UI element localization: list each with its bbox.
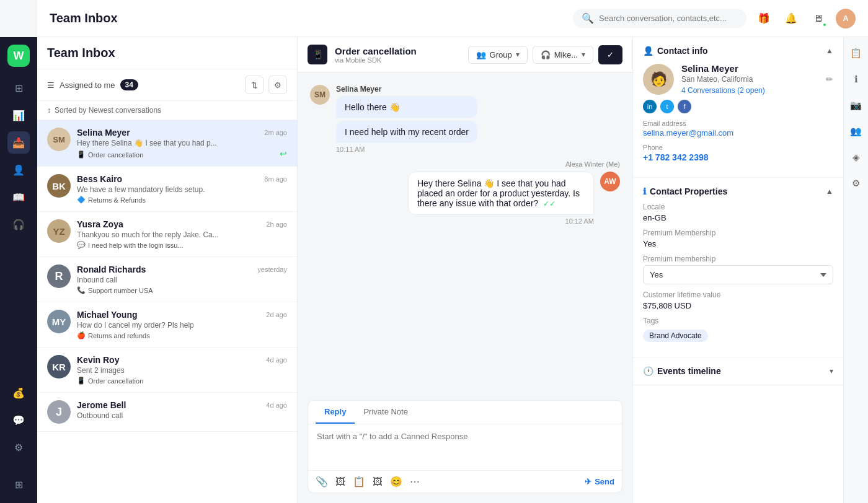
conversation-item[interactable]: R Ronald Richards yesterday Inbound call…	[37, 257, 297, 302]
search-input[interactable]	[599, 14, 738, 23]
sidebar-title: Team Inbox	[47, 46, 115, 60]
tags-label: Tags	[643, 317, 833, 325]
agent-button[interactable]: 🎧 Mike... ▾	[533, 46, 593, 64]
resolve-button[interactable]: ✓	[598, 45, 622, 64]
chat-title: Order cancellation	[335, 46, 461, 56]
conv-time: 4d ago	[266, 401, 287, 409]
conv-preview: Outbound call	[77, 411, 287, 420]
tag-chip: Brand Advocate	[643, 330, 708, 342]
nav-item-messages[interactable]: 💬	[7, 409, 30, 431]
contact-email[interactable]: selina.meyer@gmail.com	[643, 128, 833, 138]
group-icon: 👥	[476, 50, 486, 59]
section-header[interactable]: ℹ Contact Properties ▲	[643, 186, 833, 196]
article-icon[interactable]: 📋	[353, 476, 365, 488]
conv-name: Jerome Bell	[77, 400, 126, 410]
right-panel-icon-2[interactable]: ℹ	[848, 71, 865, 88]
twitter-icon[interactable]: t	[660, 100, 674, 113]
right-panel-icon-4[interactable]: 👥	[848, 123, 865, 140]
chevron-down-icon: ▾	[830, 367, 833, 375]
section-header[interactable]: 🕐 Events timeline ▾	[643, 366, 833, 376]
conversation-item[interactable]: YZ Yusra Zoya 2h ago Thankyou so much fo…	[37, 212, 297, 257]
contact-properties-section: ℹ Contact Properties ▲ Locale en-GB Prem…	[633, 178, 843, 357]
conversation-item[interactable]: KR Kevin Roy 4d ago Sent 2 images 📱 Orde…	[37, 348, 297, 393]
conv-avatar: SM	[47, 128, 71, 151]
search-icon: 🔍	[582, 12, 594, 24]
facebook-icon[interactable]: f	[678, 100, 691, 113]
right-panel-icon-3[interactable]: 📷	[848, 97, 865, 114]
nav-item-contacts[interactable]: 👤	[7, 159, 30, 181]
chat-subtitle: via Mobile SDK	[335, 56, 461, 64]
contact-phone[interactable]: +1 782 342 2398	[643, 152, 833, 162]
screen-icon[interactable]: 🖥	[808, 9, 828, 28]
email-label: Email address	[643, 120, 833, 127]
phone-row: Phone +1 782 342 2398	[643, 144, 833, 162]
attach-icon[interactable]: 📎	[316, 476, 328, 488]
section-title: 🕐 Events timeline	[643, 366, 721, 376]
events-timeline-section: 🕐 Events timeline ▾	[633, 357, 843, 385]
nav-logo: W	[7, 45, 30, 67]
message-sender: Selina Meyer	[336, 85, 477, 94]
premium-select-label: Premium membership	[643, 255, 833, 263]
linkedin-icon[interactable]: in	[643, 100, 657, 113]
nav-item-support[interactable]: 🎧	[7, 213, 30, 235]
locale-value: en-GB	[643, 213, 833, 222]
edit-icon[interactable]: ✏	[826, 74, 833, 84]
chevron-up-icon: ▲	[826, 46, 833, 55]
more-options-icon[interactable]: ⋯	[410, 476, 420, 488]
conversation-item[interactable]: J Jerome Bell 4d ago Outbound call	[37, 393, 297, 432]
message-bubble: Hello there 👋	[336, 96, 477, 118]
nav-item-billing[interactable]: 💰	[7, 382, 30, 404]
search-bar[interactable]: 🔍	[573, 9, 746, 28]
message-avatar: SM	[310, 85, 330, 105]
section-header[interactable]: 👤 Contact info ▲	[643, 46, 833, 56]
right-panel-icon-6[interactable]: ⚙	[848, 175, 865, 192]
assigned-label[interactable]: ☰ Assigned to me 34	[47, 79, 138, 90]
conv-name: Kevin Roy	[77, 355, 119, 365]
send-button[interactable]: ✈ Send	[585, 477, 614, 486]
conversation-item[interactable]: MY Michael Young 2d ago How do I cancel …	[37, 302, 297, 348]
conv-time: 4d ago	[266, 356, 287, 364]
message-bubble: Hey there Selina 👋 I see that you had pl…	[408, 172, 594, 215]
filter-button[interactable]: ⚙	[268, 76, 287, 94]
lifetime-row: Customer lifetime value $75,808 USD	[643, 291, 833, 310]
conversation-list: SM Selina Meyer 2m ago Hey there Selina …	[37, 120, 297, 503]
user-avatar[interactable]: A	[836, 9, 856, 28]
message-avatar: AW	[600, 172, 620, 191]
conv-name: Ronald Richards	[77, 265, 146, 274]
gift-icon[interactable]: 🎁	[754, 9, 774, 28]
premium-select-row: Premium membership Yes No	[643, 255, 833, 284]
gallery-icon[interactable]: 🖼	[373, 476, 383, 488]
image-icon[interactable]: 🖼	[335, 476, 345, 488]
sort-button[interactable]: ⇅	[245, 76, 264, 94]
nav-item-settings[interactable]: ⚙	[7, 436, 30, 458]
premium-select[interactable]: Yes No	[643, 265, 833, 284]
contact-conversations[interactable]: 4 Conversations (2 open)	[681, 86, 818, 95]
right-panel-icon-5[interactable]: ◈	[848, 149, 865, 166]
group-button[interactable]: 👥 Group ▾	[468, 46, 528, 64]
conv-tag: 📱 Order cancellation	[77, 377, 287, 385]
notification-icon[interactable]: 🔔	[781, 9, 801, 28]
conv-body: Selina Meyer 2m ago Hey there Selina 👋 I…	[77, 128, 287, 159]
chat-title-area: Order cancellation via Mobile SDK	[335, 46, 461, 64]
reply-textarea[interactable]	[308, 424, 622, 468]
contact-info-section: 👤 Contact info ▲ 🧑 Selina Meyer San Mate…	[633, 37, 843, 178]
conv-name: Bess Kairo	[77, 174, 122, 184]
nav-item-reports[interactable]: 📊	[7, 104, 30, 126]
nav-item-conversations[interactable]: 📖	[7, 186, 30, 208]
emoji-icon[interactable]: 😊	[390, 476, 402, 488]
chat-header: 📱 Order cancellation via Mobile SDK 👥 Gr…	[298, 37, 632, 72]
conversation-item[interactable]: BK Bess Kairo 8m ago We have a few manda…	[37, 167, 297, 212]
nav-item-home[interactable]: ⊞	[7, 77, 30, 99]
nav-item-apps[interactable]: ⊞	[7, 473, 30, 496]
nav-item-inbox[interactable]: 📥	[7, 131, 30, 154]
sidebar-sub-header: ☰ Assigned to me 34 ⇅ ⚙	[37, 69, 297, 101]
reply-box: Reply Private Note 📎 🖼 📋 🖼 😊 ⋯ ✈ Send	[308, 400, 622, 493]
right-panel-icon-1[interactable]: 📋	[848, 45, 865, 62]
reply-tabs: Reply Private Note	[308, 401, 622, 424]
sort-bar: ↕ Sorted by Newest conversations	[37, 101, 297, 120]
info-icon: ℹ	[643, 186, 646, 196]
reply-tab[interactable]: Reply	[316, 401, 355, 424]
left-nav: W ⊞ 📊 📥 👤 📖 🎧 💰 💬 ⚙ ⊞	[0, 37, 37, 503]
conversation-item[interactable]: SM Selina Meyer 2m ago Hey there Selina …	[37, 120, 297, 167]
private-note-tab[interactable]: Private Note	[355, 401, 417, 424]
